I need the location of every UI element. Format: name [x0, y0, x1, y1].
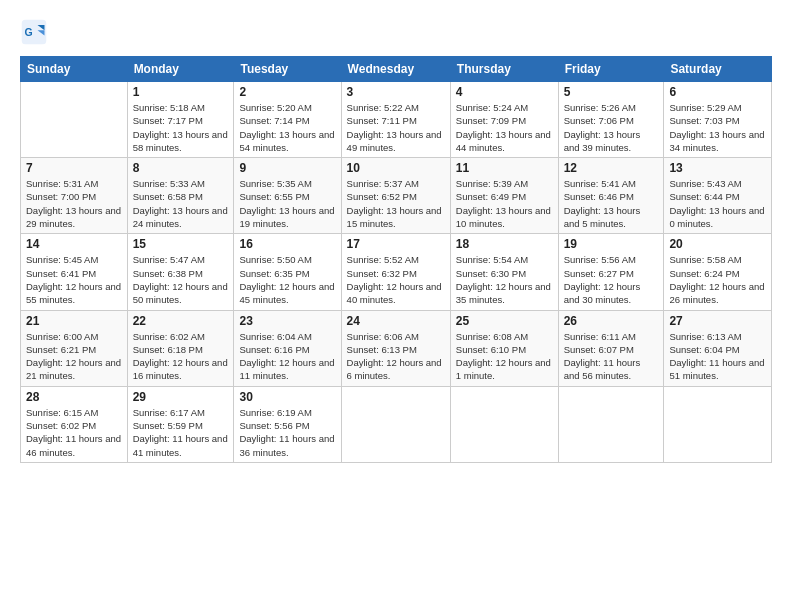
day-number: 19 — [564, 237, 659, 251]
day-number: 3 — [347, 85, 445, 99]
day-number: 20 — [669, 237, 766, 251]
day-number: 5 — [564, 85, 659, 99]
calendar-cell: 21Sunrise: 6:00 AM Sunset: 6:21 PM Dayli… — [21, 310, 128, 386]
week-row-1: 7Sunrise: 5:31 AM Sunset: 7:00 PM Daylig… — [21, 158, 772, 234]
logo: G — [20, 18, 52, 46]
weekday-header-friday: Friday — [558, 57, 664, 82]
weekday-header-tuesday: Tuesday — [234, 57, 341, 82]
calendar-cell — [558, 386, 664, 462]
day-number: 24 — [347, 314, 445, 328]
day-number: 22 — [133, 314, 229, 328]
calendar-cell: 19Sunrise: 5:56 AM Sunset: 6:27 PM Dayli… — [558, 234, 664, 310]
day-info: Sunrise: 5:22 AM Sunset: 7:11 PM Dayligh… — [347, 101, 445, 154]
day-number: 9 — [239, 161, 335, 175]
header: G — [20, 18, 772, 46]
weekday-header-wednesday: Wednesday — [341, 57, 450, 82]
day-info: Sunrise: 6:06 AM Sunset: 6:13 PM Dayligh… — [347, 330, 445, 383]
day-info: Sunrise: 6:19 AM Sunset: 5:56 PM Dayligh… — [239, 406, 335, 459]
day-info: Sunrise: 6:17 AM Sunset: 5:59 PM Dayligh… — [133, 406, 229, 459]
day-info: Sunrise: 5:29 AM Sunset: 7:03 PM Dayligh… — [669, 101, 766, 154]
svg-text:G: G — [24, 26, 32, 38]
calendar-cell: 26Sunrise: 6:11 AM Sunset: 6:07 PM Dayli… — [558, 310, 664, 386]
calendar-cell — [664, 386, 772, 462]
day-number: 8 — [133, 161, 229, 175]
day-info: Sunrise: 5:54 AM Sunset: 6:30 PM Dayligh… — [456, 253, 553, 306]
day-number: 25 — [456, 314, 553, 328]
calendar-cell: 16Sunrise: 5:50 AM Sunset: 6:35 PM Dayli… — [234, 234, 341, 310]
day-number: 26 — [564, 314, 659, 328]
day-info: Sunrise: 5:58 AM Sunset: 6:24 PM Dayligh… — [669, 253, 766, 306]
week-row-3: 21Sunrise: 6:00 AM Sunset: 6:21 PM Dayli… — [21, 310, 772, 386]
calendar-table: SundayMondayTuesdayWednesdayThursdayFrid… — [20, 56, 772, 463]
day-info: Sunrise: 5:56 AM Sunset: 6:27 PM Dayligh… — [564, 253, 659, 306]
day-number: 18 — [456, 237, 553, 251]
calendar-cell: 8Sunrise: 5:33 AM Sunset: 6:58 PM Daylig… — [127, 158, 234, 234]
day-number: 12 — [564, 161, 659, 175]
calendar-cell: 20Sunrise: 5:58 AM Sunset: 6:24 PM Dayli… — [664, 234, 772, 310]
day-number: 15 — [133, 237, 229, 251]
day-info: Sunrise: 5:20 AM Sunset: 7:14 PM Dayligh… — [239, 101, 335, 154]
day-info: Sunrise: 5:52 AM Sunset: 6:32 PM Dayligh… — [347, 253, 445, 306]
day-info: Sunrise: 5:33 AM Sunset: 6:58 PM Dayligh… — [133, 177, 229, 230]
day-number: 21 — [26, 314, 122, 328]
day-info: Sunrise: 5:37 AM Sunset: 6:52 PM Dayligh… — [347, 177, 445, 230]
day-info: Sunrise: 5:41 AM Sunset: 6:46 PM Dayligh… — [564, 177, 659, 230]
calendar-cell: 17Sunrise: 5:52 AM Sunset: 6:32 PM Dayli… — [341, 234, 450, 310]
day-number: 14 — [26, 237, 122, 251]
calendar-cell: 7Sunrise: 5:31 AM Sunset: 7:00 PM Daylig… — [21, 158, 128, 234]
day-info: Sunrise: 6:04 AM Sunset: 6:16 PM Dayligh… — [239, 330, 335, 383]
day-info: Sunrise: 6:15 AM Sunset: 6:02 PM Dayligh… — [26, 406, 122, 459]
day-number: 4 — [456, 85, 553, 99]
weekday-header-sunday: Sunday — [21, 57, 128, 82]
calendar-cell — [341, 386, 450, 462]
day-info: Sunrise: 5:35 AM Sunset: 6:55 PM Dayligh… — [239, 177, 335, 230]
day-info: Sunrise: 6:08 AM Sunset: 6:10 PM Dayligh… — [456, 330, 553, 383]
day-number: 7 — [26, 161, 122, 175]
day-info: Sunrise: 5:26 AM Sunset: 7:06 PM Dayligh… — [564, 101, 659, 154]
day-number: 6 — [669, 85, 766, 99]
calendar-cell: 14Sunrise: 5:45 AM Sunset: 6:41 PM Dayli… — [21, 234, 128, 310]
day-info: Sunrise: 5:45 AM Sunset: 6:41 PM Dayligh… — [26, 253, 122, 306]
day-number: 23 — [239, 314, 335, 328]
day-number: 17 — [347, 237, 445, 251]
weekday-header-saturday: Saturday — [664, 57, 772, 82]
day-info: Sunrise: 5:50 AM Sunset: 6:35 PM Dayligh… — [239, 253, 335, 306]
day-info: Sunrise: 6:13 AM Sunset: 6:04 PM Dayligh… — [669, 330, 766, 383]
day-number: 2 — [239, 85, 335, 99]
calendar-cell: 2Sunrise: 5:20 AM Sunset: 7:14 PM Daylig… — [234, 82, 341, 158]
calendar-cell: 23Sunrise: 6:04 AM Sunset: 6:16 PM Dayli… — [234, 310, 341, 386]
calendar-cell: 1Sunrise: 5:18 AM Sunset: 7:17 PM Daylig… — [127, 82, 234, 158]
weekday-header-row: SundayMondayTuesdayWednesdayThursdayFrid… — [21, 57, 772, 82]
calendar-cell — [21, 82, 128, 158]
calendar-cell: 30Sunrise: 6:19 AM Sunset: 5:56 PM Dayli… — [234, 386, 341, 462]
day-number: 1 — [133, 85, 229, 99]
day-info: Sunrise: 5:47 AM Sunset: 6:38 PM Dayligh… — [133, 253, 229, 306]
day-info: Sunrise: 5:18 AM Sunset: 7:17 PM Dayligh… — [133, 101, 229, 154]
day-number: 30 — [239, 390, 335, 404]
calendar-cell: 18Sunrise: 5:54 AM Sunset: 6:30 PM Dayli… — [450, 234, 558, 310]
week-row-4: 28Sunrise: 6:15 AM Sunset: 6:02 PM Dayli… — [21, 386, 772, 462]
weekday-header-thursday: Thursday — [450, 57, 558, 82]
calendar-cell: 24Sunrise: 6:06 AM Sunset: 6:13 PM Dayli… — [341, 310, 450, 386]
page: G SundayMondayTuesdayWednesdayThursdayFr… — [0, 0, 792, 612]
calendar-cell: 27Sunrise: 6:13 AM Sunset: 6:04 PM Dayli… — [664, 310, 772, 386]
calendar-cell: 9Sunrise: 5:35 AM Sunset: 6:55 PM Daylig… — [234, 158, 341, 234]
day-info: Sunrise: 6:02 AM Sunset: 6:18 PM Dayligh… — [133, 330, 229, 383]
day-info: Sunrise: 5:24 AM Sunset: 7:09 PM Dayligh… — [456, 101, 553, 154]
day-info: Sunrise: 6:11 AM Sunset: 6:07 PM Dayligh… — [564, 330, 659, 383]
day-number: 10 — [347, 161, 445, 175]
calendar-cell: 3Sunrise: 5:22 AM Sunset: 7:11 PM Daylig… — [341, 82, 450, 158]
week-row-0: 1Sunrise: 5:18 AM Sunset: 7:17 PM Daylig… — [21, 82, 772, 158]
day-info: Sunrise: 5:39 AM Sunset: 6:49 PM Dayligh… — [456, 177, 553, 230]
calendar-cell: 5Sunrise: 5:26 AM Sunset: 7:06 PM Daylig… — [558, 82, 664, 158]
logo-icon: G — [20, 18, 48, 46]
calendar-cell: 12Sunrise: 5:41 AM Sunset: 6:46 PM Dayli… — [558, 158, 664, 234]
weekday-header-monday: Monday — [127, 57, 234, 82]
day-info: Sunrise: 5:31 AM Sunset: 7:00 PM Dayligh… — [26, 177, 122, 230]
day-info: Sunrise: 5:43 AM Sunset: 6:44 PM Dayligh… — [669, 177, 766, 230]
day-number: 16 — [239, 237, 335, 251]
day-number: 11 — [456, 161, 553, 175]
day-number: 28 — [26, 390, 122, 404]
calendar-cell: 15Sunrise: 5:47 AM Sunset: 6:38 PM Dayli… — [127, 234, 234, 310]
calendar-cell — [450, 386, 558, 462]
